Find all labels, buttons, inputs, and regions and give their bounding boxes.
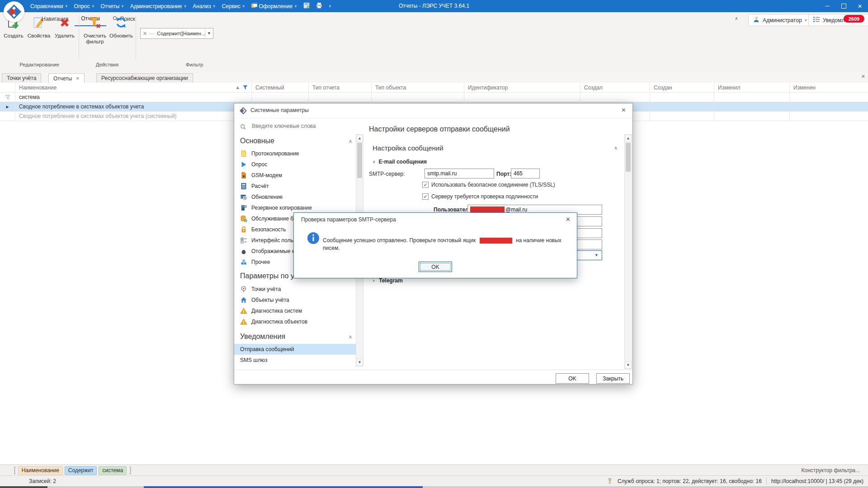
grid-filter-row[interactable]: система <box>0 93 868 102</box>
column-header-modified-by[interactable]: Изменил <box>714 83 790 93</box>
menu-service[interactable]: Сервис∨ <box>219 0 248 12</box>
settings-item-polling[interactable]: Опрос <box>234 159 356 170</box>
filter-token-operator[interactable]: Содержит <box>65 466 97 475</box>
tls-checkbox-row[interactable]: ✔ Использовать безопасное соединение (TL… <box>422 182 555 188</box>
scrollbar-thumb[interactable] <box>626 143 631 172</box>
filter-cell[interactable] <box>790 93 868 102</box>
maximize-button[interactable] <box>835 0 852 12</box>
settings-search-input[interactable] <box>251 122 352 130</box>
filter-row-value[interactable]: система <box>15 93 252 102</box>
collapse-icon[interactable]: ∧ <box>349 138 356 144</box>
settings-item-metering-points[interactable]: Точки учёта <box>234 284 356 295</box>
settings-item-objects[interactable]: Объекты учёта <box>234 295 356 305</box>
user-menu[interactable]: Администратор ∨ <box>748 14 811 26</box>
settings-item-message-sending[interactable]: Отправка сообщений <box>234 344 356 355</box>
clear-filter-button[interactable]: Очиститьфильтр <box>82 15 108 45</box>
tls-checkbox[interactable]: ✔ <box>422 182 429 188</box>
properties-button[interactable]: Свойства <box>26 15 52 39</box>
settings-item-system-diagnostics[interactable]: Диагностика систем <box>234 305 356 316</box>
filter-cell[interactable] <box>252 93 309 102</box>
filter-token-value[interactable]: система <box>99 466 127 475</box>
column-header-created-by[interactable]: Создал <box>580 83 650 93</box>
settings-item-backup[interactable]: Резервное копирование <box>234 202 356 213</box>
menu-directories[interactable]: Справочники∨ <box>27 0 71 12</box>
filter-cell[interactable] <box>714 93 790 102</box>
filter-cell[interactable] <box>580 93 650 102</box>
more-icon[interactable]: ⋯ <box>149 31 157 37</box>
menu-polling[interactable]: Опрос∨ <box>71 0 98 12</box>
column-header-modified[interactable]: Изменен <box>790 83 868 93</box>
cell[interactable] <box>714 102 790 112</box>
minimize-button[interactable] <box>819 0 835 12</box>
cell[interactable] <box>650 102 714 112</box>
collapse-icon[interactable]: ∧ <box>349 334 356 340</box>
settings-item-logging[interactable]: Протоколирование <box>234 148 356 159</box>
column-header-system[interactable]: Системный <box>252 83 309 93</box>
auth-checkbox-row[interactable]: ✔ Серверу требуется проверка подлинности <box>422 193 538 200</box>
quick-save-button[interactable] <box>300 0 313 12</box>
dropdown-icon[interactable]: ▼ <box>205 28 213 38</box>
settings-item-object-diagnostics[interactable]: Диагностика объектов <box>234 316 356 327</box>
column-header-report-type[interactable]: Тип отчета <box>309 83 372 93</box>
scroll-down-icon[interactable]: ▼ <box>356 359 363 366</box>
filter-token-field[interactable]: Наименование <box>18 466 63 475</box>
refresh-button[interactable]: Обновить <box>108 15 134 39</box>
content-scrollbar[interactable]: ▲ ▼ <box>624 134 632 369</box>
settings-item-sms-gateway[interactable]: SMS шлюз <box>234 355 356 366</box>
settings-item-update[interactable]: Обновление <box>234 192 356 202</box>
column-header-identifier[interactable]: Идентификатор <box>464 83 580 93</box>
dialog-ok-button[interactable]: OK <box>556 373 589 384</box>
msgbox-close-icon[interactable]: ✕ <box>566 216 571 223</box>
tab-reports[interactable]: Отчеты ✕ <box>48 73 85 83</box>
auth-checkbox[interactable]: ✔ <box>422 193 429 200</box>
cell[interactable] <box>790 102 868 112</box>
dialog-title-bar[interactable]: Системные параметры ✕ <box>234 103 632 118</box>
scroll-up-icon[interactable]: ▲ <box>625 135 632 142</box>
settings-search[interactable] <box>240 122 353 132</box>
active-filter-icon[interactable] <box>243 85 248 90</box>
filter-combo[interactable]: ✕ ⋯ Содержит([Наимен... ▼ <box>140 28 213 39</box>
settings-item-calculation[interactable]: Расчёт <box>234 181 356 192</box>
cell[interactable] <box>790 112 868 121</box>
tab-resource-orgs[interactable]: Ресурсоснабжающие организации <box>96 73 193 83</box>
tab-metering-points[interactable]: Точки учёта <box>2 73 41 83</box>
column-header-name[interactable]: Наименование ▲ <box>15 83 252 93</box>
filter-cell[interactable] <box>464 93 580 102</box>
filter-cell[interactable] <box>372 93 464 102</box>
row-name[interactable]: Сводное потребление в системах объектов … <box>15 112 252 121</box>
column-header-created[interactable]: Создан <box>650 83 714 93</box>
close-document-icon[interactable]: ✕ <box>861 74 865 80</box>
close-tab-icon[interactable]: ✕ <box>75 76 79 81</box>
cell[interactable] <box>714 112 790 121</box>
msgbox-ok-button[interactable]: OK <box>419 262 452 272</box>
dialog-close-button[interactable]: Закрыть <box>596 373 630 384</box>
clear-filter-icon <box>82 15 108 31</box>
menu-reports[interactable]: Отчеты∨ <box>98 0 127 12</box>
app-window: Справочники∨ Опрос∨ Отчеты∨ Администриро… <box>0 0 868 488</box>
dialog-close-icon[interactable]: ✕ <box>621 107 626 113</box>
quick-access-dropdown[interactable]: ∨ <box>326 0 335 12</box>
close-button[interactable]: ✕ <box>852 0 868 12</box>
collapse-section-icon[interactable]: ∧ <box>614 145 618 151</box>
smtp-server-input[interactable] <box>425 169 494 178</box>
clear-icon[interactable]: ✕ <box>141 31 149 37</box>
menu-appearance[interactable]: Оформление∨ <box>248 0 300 12</box>
column-header-object-type[interactable]: Тип объекта <box>372 83 464 93</box>
email-group-header[interactable]: ∨ E-mail сообщения <box>373 159 427 165</box>
collapse-ribbon-button[interactable]: ∧ <box>731 16 741 24</box>
cell[interactable] <box>650 112 714 121</box>
scroll-down-icon[interactable]: ▼ <box>625 361 632 369</box>
row-name[interactable]: Сводное потребление в системах объектов … <box>15 102 252 112</box>
port-input[interactable] <box>511 169 540 178</box>
filter-cell[interactable] <box>650 93 714 102</box>
scrollbar-thumb[interactable] <box>357 143 362 178</box>
menu-analysis[interactable]: Анализ∨ <box>189 0 218 12</box>
filter-cell[interactable] <box>309 93 372 102</box>
filter-builder-link[interactable]: Конструктор фильтра... <box>802 467 860 474</box>
settings-item-gsm-modem[interactable]: GSM-модем <box>234 170 356 181</box>
delete-button[interactable]: Удалить <box>53 15 76 39</box>
chevron-down-icon: ∨ <box>92 4 94 8</box>
scroll-up-icon[interactable]: ▲ <box>356 135 363 142</box>
menu-administration[interactable]: Администрирование∨ <box>127 0 189 12</box>
quick-print-button[interactable] <box>313 0 326 12</box>
